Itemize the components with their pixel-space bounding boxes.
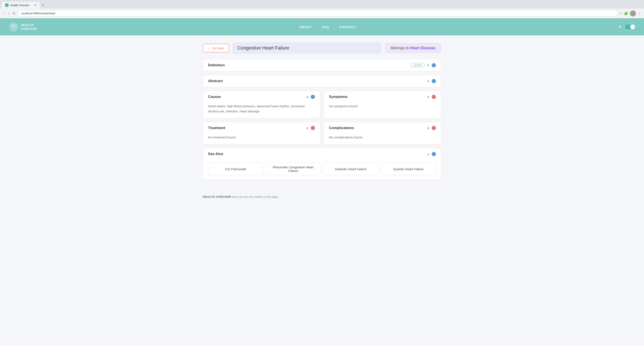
symptoms-section: Symptoms ∨ No symptoms found	[324, 91, 441, 118]
nav-faq[interactable]: FAQ	[322, 25, 329, 29]
complications-content: No complications found	[329, 135, 362, 139]
complications-title: Complications	[329, 126, 427, 130]
causes-symptoms-grid: Causes ∨ Heart attack, high blood pressu…	[203, 91, 441, 118]
definition-title: Definition	[208, 63, 410, 67]
nav-contact[interactable]: CONTACT	[339, 25, 356, 29]
see-also-item-0[interactable]: Cor Pulmonale	[208, 162, 263, 175]
see-also-item-2[interactable]: Diastolic Heart Failure	[323, 162, 378, 175]
definition-chevron[interactable]: ∧	[427, 63, 430, 67]
abstract-actions: ∧	[427, 79, 436, 83]
logo-text: HEALTH CHECKER	[21, 23, 37, 31]
abstract-header[interactable]: Abstract ∧	[203, 75, 441, 87]
see-also-dot	[432, 152, 436, 156]
treatment-header[interactable]: Treatment ∨	[203, 122, 320, 134]
see-also-chevron[interactable]: ∨	[427, 152, 430, 156]
arrow-left-icon: ←	[208, 46, 210, 50]
nav-about[interactable]: ABOUT	[299, 25, 312, 29]
causes-header[interactable]: Causes ∨	[203, 91, 320, 103]
complications-actions: ∨	[427, 126, 436, 130]
see-also-item-3[interactable]: Systolic Heart Failure	[381, 162, 436, 175]
complications-body: No complications found	[324, 134, 441, 144]
tab-title: Health Checker	[10, 4, 30, 7]
symptoms-header[interactable]: Symptoms ∨	[324, 91, 441, 103]
verified-badge: verified	[410, 63, 425, 67]
dark-mode-toggle[interactable]	[624, 24, 636, 30]
belongs-prefix: Belongs to	[391, 46, 410, 50]
tab-close-button[interactable]: ✕	[34, 4, 37, 7]
causes-section: Causes ∨ Heart attack, high blood pressu…	[203, 91, 320, 118]
url-bar[interactable]: localhost:5000/results/heart	[18, 10, 618, 17]
see-also-item-1[interactable]: Rheumatic Congestive Heart Failure	[266, 162, 321, 175]
symptoms-title: Symptoms	[329, 95, 427, 99]
see-also-title: See Also	[208, 152, 427, 156]
complications-chevron[interactable]: ∨	[427, 126, 430, 130]
plus-icon[interactable]: ✦	[618, 24, 622, 30]
footer: HEALTH CHECKER does not own the content …	[194, 190, 450, 204]
treatment-title: Treatment	[208, 126, 306, 130]
treatment-chevron[interactable]: ∨	[306, 126, 308, 130]
user-avatar[interactable]	[630, 11, 636, 17]
address-actions: ☆ 🧩 ⋮	[619, 11, 642, 17]
main-content: ← Go back Congestive Heart Failure Belon…	[194, 35, 450, 190]
definition-section: Definition verified ∧	[203, 59, 441, 71]
go-back-button[interactable]: ← Go back	[203, 44, 229, 53]
toggle-knob	[630, 25, 635, 29]
symptoms-chevron[interactable]: ∨	[427, 95, 430, 99]
forward-button[interactable]: ›	[7, 11, 10, 16]
nav-links: ABOUT FAQ CONTACT	[299, 25, 356, 29]
tab-bar: Health Checker ✕ +	[0, 0, 644, 9]
navbar: ♡ HEALTH CHECKER ABOUT FAQ CONTACT ✦	[0, 18, 644, 35]
disease-title: Congestive Heart Failure	[232, 42, 382, 54]
symptoms-actions: ∨	[427, 95, 436, 99]
definition-header[interactable]: Definition verified ∧	[203, 59, 441, 71]
browser-chrome: Health Checker ✕ + ‹ › ↻ localhost:5000/…	[0, 0, 644, 18]
see-also-items: Cor Pulmonale Rheumatic Congestive Heart…	[203, 160, 441, 180]
complications-section: Complications ∨ No complications found	[324, 122, 441, 144]
treatment-dot	[311, 126, 315, 130]
footer-disclaimer: does not own the content in this page.	[231, 195, 279, 198]
active-tab[interactable]: Health Checker ✕	[2, 2, 40, 9]
treatment-content: No treatment found	[208, 135, 235, 139]
back-button[interactable]: ‹	[2, 11, 5, 16]
footer-text: HEALTH CHECKER does not own the content …	[203, 195, 441, 198]
extensions-icon[interactable]: 🧩	[624, 11, 628, 15]
causes-actions: ∨	[306, 95, 315, 99]
logo-area: ♡ HEALTH CHECKER	[8, 22, 37, 32]
reload-button[interactable]: ↻	[12, 11, 16, 16]
go-back-label: Go back	[212, 46, 224, 50]
logo-icon: ♡	[8, 22, 19, 32]
treatment-section: Treatment ∨ No treatment found	[203, 122, 320, 144]
app: ♡ HEALTH CHECKER ABOUT FAQ CONTACT ✦ ← G…	[0, 18, 644, 346]
top-bar: ← Go back Congestive Heart Failure Belon…	[203, 42, 441, 54]
complications-dot	[432, 126, 436, 130]
bookmark-icon[interactable]: ☆	[619, 11, 622, 15]
definition-dot	[432, 63, 436, 67]
url-text: localhost:5000/results/heart	[22, 12, 55, 15]
menu-dots-button[interactable]: ⋮	[638, 11, 642, 16]
treatment-body: No treatment found	[203, 134, 320, 144]
tab-favicon	[5, 4, 8, 7]
footer-brand: HEALTH CHECKER	[203, 195, 231, 198]
svg-text:♡: ♡	[12, 24, 16, 29]
causes-body: Heart attack, high blood pressure, abnor…	[203, 103, 320, 118]
nav-right: ✦	[618, 24, 636, 30]
see-also-section: See Also ∨ Cor Pulmonale Rheumatic Conge…	[203, 148, 441, 180]
belongs-category: Heart Disease	[410, 46, 435, 50]
symptoms-dot	[432, 95, 436, 99]
belongs-to-box: Belongs to Heart Disease	[385, 43, 441, 53]
abstract-dot	[432, 79, 436, 83]
abstract-chevron[interactable]: ∧	[427, 79, 430, 83]
definition-actions: verified ∧	[410, 63, 436, 67]
treatment-actions: ∨	[306, 126, 315, 130]
causes-dot	[311, 95, 315, 99]
see-also-header[interactable]: See Also ∨	[203, 148, 441, 160]
symptoms-content: No symptoms found	[329, 104, 357, 108]
complications-header[interactable]: Complications ∨	[324, 122, 441, 134]
causes-chevron[interactable]: ∨	[306, 95, 308, 99]
treatment-complications-grid: Treatment ∨ No treatment found Complicat…	[203, 122, 441, 144]
causes-content: Heart attack, high blood pressure, abnor…	[208, 104, 305, 113]
abstract-title: Abstract	[208, 79, 427, 83]
causes-title: Causes	[208, 95, 306, 99]
see-also-actions: ∨	[427, 152, 436, 156]
new-tab-button[interactable]: +	[40, 2, 46, 8]
